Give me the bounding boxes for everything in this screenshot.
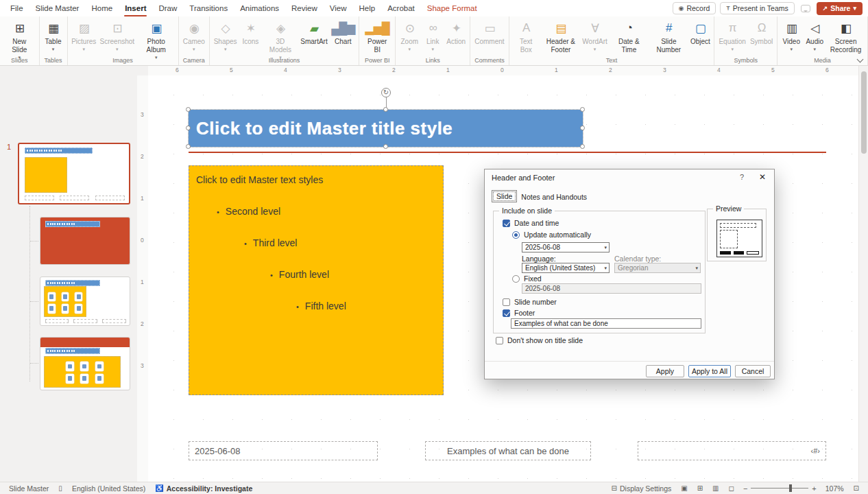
- zoom-level[interactable]: 107%: [821, 484, 849, 493]
- footer-placeholder[interactable]: Examples of what can be done: [425, 441, 591, 460]
- ribbon-group-tables: ▦Table▾Tables: [40, 16, 68, 65]
- footer-checkbox[interactable]: Footer: [503, 309, 535, 317]
- ribbon-button-photo-album[interactable]: ▣Photo Album▾: [136, 19, 176, 61]
- ribbon-button-audio[interactable]: ◁Audio▾: [803, 19, 826, 53]
- ribbon-button-label: Action: [446, 38, 466, 46]
- zoom-out-button[interactable]: −: [743, 484, 747, 493]
- slideshow-view-button[interactable]: ◻: [724, 484, 739, 492]
- text-box-icon: A: [522, 19, 529, 37]
- date-and-time-checkbox[interactable]: Date and time: [503, 219, 559, 227]
- thumb-body-placeholder: [25, 157, 67, 193]
- selection-handle-nw[interactable]: [186, 107, 191, 112]
- menu-tab-home[interactable]: Home: [85, 0, 119, 16]
- footer-text-input[interactable]: Examples of what can be done: [511, 318, 701, 329]
- date-placeholder[interactable]: 2025-06-08: [189, 441, 378, 460]
- selection-handle-se[interactable]: [580, 144, 585, 149]
- tab-slide[interactable]: Slide: [492, 190, 517, 202]
- thumbnail-layout-2[interactable]: [40, 277, 130, 326]
- ribbon-button-new-slide[interactable]: ⊞New Slide▾: [2, 19, 37, 61]
- slide-number-placeholder-text: ‹#›: [811, 447, 820, 455]
- ribbon-button-pictures: ▨Pictures▾: [70, 19, 98, 53]
- ribbon-button-table[interactable]: ▦Table▾: [42, 19, 65, 53]
- proofing-status[interactable]: ▯: [53, 484, 67, 492]
- ruler-tick: 3: [338, 67, 341, 73]
- menu-tab-acrobat[interactable]: Acrobat: [381, 0, 421, 16]
- ribbon-button-header-footer[interactable]: ▤Header & Footer: [541, 19, 581, 55]
- selection-handle-w[interactable]: [186, 126, 191, 130]
- selection-handle-n[interactable]: [383, 107, 388, 112]
- ribbon-button-video[interactable]: ▥Video▾: [780, 19, 803, 53]
- apply-to-all-button[interactable]: Apply to All: [688, 365, 731, 377]
- accessibility-status[interactable]: ♿ Accessibility: Investigate: [150, 484, 257, 493]
- display-settings-button[interactable]: ⊟ Display Settings: [607, 484, 677, 493]
- thumbnail-layout-3[interactable]: [40, 337, 130, 390]
- menu-tab-file[interactable]: File: [4, 0, 29, 16]
- scrollbar-thumb[interactable]: [861, 71, 867, 154]
- title-underline-shape[interactable]: [189, 152, 826, 153]
- ribbon-button-date-time[interactable]: ◔Date & Time: [609, 19, 649, 55]
- slide-number-checkbox[interactable]: Slide number: [503, 298, 557, 306]
- menu-tab-transitions[interactable]: Transitions: [183, 0, 234, 16]
- cancel-button[interactable]: Cancel: [735, 365, 771, 377]
- zoom-in-button[interactable]: +: [812, 484, 816, 493]
- body-placeholder[interactable]: Click to edit Master text styles•Second …: [189, 165, 444, 395]
- selection-handle-s[interactable]: [383, 144, 388, 149]
- ribbon: ⊞New Slide▾Slides▦Table▾Tables▨Pictures▾…: [0, 16, 868, 66]
- ribbon-button-label: Video: [783, 38, 800, 46]
- reading-view-button[interactable]: ▥: [708, 484, 723, 492]
- selection-handle-sw[interactable]: [186, 144, 191, 149]
- language-status[interactable]: English (United States): [67, 484, 150, 493]
- normal-view-button[interactable]: ▣: [676, 484, 692, 492]
- menu-tab-view[interactable]: View: [324, 0, 353, 16]
- menu-tab-animations[interactable]: Animations: [234, 0, 285, 16]
- slide-canvas[interactable]: ↻ Click to edit Master title style Click…: [148, 75, 858, 482]
- ribbon-button-smartart[interactable]: ▰SmartArt: [299, 19, 330, 47]
- comments-pane-icon[interactable]: [801, 5, 810, 12]
- workspace: 1 6543210123456 3210123: [0, 66, 868, 482]
- horizontal-ruler[interactable]: 6543210123456: [148, 66, 858, 75]
- collapse-ribbon-icon[interactable]: [857, 57, 863, 62]
- title-placeholder[interactable]: Click to edit Master title style: [189, 110, 583, 147]
- menu-tab-insert[interactable]: Insert: [119, 0, 152, 16]
- dialog-help-button[interactable]: ?: [740, 173, 744, 181]
- present-in-teams-button[interactable]: Ŧ Present in Teams: [720, 2, 794, 14]
- slide-sorter-view-button[interactable]: ⊞: [692, 484, 708, 492]
- fit-to-window-button[interactable]: ⊡: [849, 484, 864, 492]
- menu-tab-review[interactable]: Review: [285, 0, 324, 16]
- vertical-scrollbar[interactable]: [858, 66, 868, 482]
- rotate-handle[interactable]: ↻: [381, 88, 391, 97]
- zoom-slider-thumb[interactable]: [789, 484, 792, 492]
- checkbox-unchecked-icon: [496, 337, 503, 344]
- dont-show-title-checkbox[interactable]: Don't show on title slide: [496, 336, 583, 344]
- share-button[interactable]: ↗ Share ▾: [817, 2, 863, 15]
- thumbnail-layout-1[interactable]: [40, 217, 130, 265]
- fixed-radio[interactable]: Fixed: [512, 274, 542, 283]
- slide-number-placeholder[interactable]: ‹#›: [638, 441, 826, 460]
- menu-tab-draw[interactable]: Draw: [152, 0, 183, 16]
- menu-tab-slide-master[interactable]: Slide Master: [29, 0, 86, 16]
- menu-tab-help[interactable]: Help: [352, 0, 381, 16]
- wordart-icon: ∀: [591, 19, 599, 37]
- vertical-ruler[interactable]: 3210123: [137, 75, 148, 482]
- ribbon-button-object[interactable]: ▢Object: [688, 19, 712, 47]
- ribbon-button-chart[interactable]: ▄█▆Chart: [329, 19, 357, 47]
- ribbon-button-3d-models: ◈3D Models▾: [262, 19, 298, 61]
- language-dropdown[interactable]: English (United States) ▾: [522, 263, 610, 273]
- selection-handle-e[interactable]: [580, 126, 585, 130]
- dialog-close-button[interactable]: ✕: [759, 172, 766, 182]
- thumbnail-master-slide[interactable]: [18, 143, 130, 204]
- selection-handle-ne[interactable]: [580, 107, 585, 112]
- ribbon-button-screen-recording[interactable]: ◧Screen Recording: [826, 19, 865, 55]
- tab-notes-handouts[interactable]: Notes and Handouts: [517, 191, 591, 202]
- menu-tab-shape-format[interactable]: Shape Format: [421, 0, 483, 16]
- ribbon-button-power-bi[interactable]: ▂▅█Power BI: [361, 19, 393, 55]
- date-format-dropdown[interactable]: 2025-06-08 ▾: [522, 242, 610, 252]
- apply-button[interactable]: Apply: [646, 365, 684, 377]
- ribbon-button-cameo: ◉Cameo▾: [181, 19, 207, 53]
- ribbon-button-slide-number[interactable]: #Slide Number: [649, 19, 688, 55]
- link-icon: ∞: [429, 19, 437, 37]
- update-automatically-radio[interactable]: Update automatically: [512, 231, 591, 239]
- record-button[interactable]: ◉ Record: [673, 2, 716, 14]
- zoom-slider[interactable]: [751, 488, 808, 489]
- body-text: Click to edit Master text styles: [196, 174, 323, 185]
